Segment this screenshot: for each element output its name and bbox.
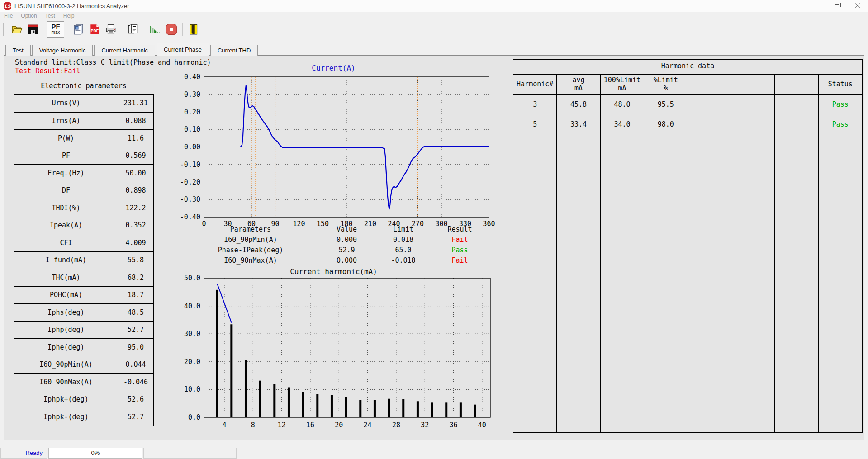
parameter-value: 52.6 <box>118 391 153 408</box>
harmonic-cell <box>731 95 775 114</box>
parameter-label: P(W) <box>14 130 118 147</box>
content-panel: Standard limit:Class C limit(Phase and h… <box>4 56 864 440</box>
stop-button[interactable] <box>163 21 180 38</box>
parameter-row: Iphpk-(deg)52.7 <box>14 408 153 426</box>
report-button[interactable] <box>70 21 86 38</box>
pdf-export-button[interactable]: PDF <box>86 21 103 38</box>
stop-icon <box>165 23 178 36</box>
menu-help[interactable]: Help <box>59 12 79 20</box>
parameter-row: Iphe(deg)95.0 <box>14 338 153 356</box>
harmonic-bar <box>331 395 333 417</box>
parameter-value: 0.898 <box>118 182 153 199</box>
harmonic-row: 533.434.098.0Pass <box>513 114 862 134</box>
phase-result: Pass <box>432 246 488 254</box>
harmonic-bar <box>460 402 462 417</box>
exit-button[interactable] <box>185 21 202 38</box>
pdf-export-icon: PDF <box>89 24 100 35</box>
svg-text:0.00: 0.00 <box>184 143 200 151</box>
harmonic-bar <box>474 405 476 417</box>
parameter-value: 95.0 <box>118 339 153 356</box>
toolbar-grip[interactable] <box>3 23 5 36</box>
harmonic-col-header: Harmonic# <box>513 75 557 94</box>
parameter-row: THDI(%)122.2 <box>14 199 153 217</box>
restore-button[interactable] <box>826 0 847 12</box>
harmonic-bar <box>259 381 261 417</box>
pf-max-label: PF <box>47 23 64 30</box>
minimize-button[interactable] <box>806 0 826 12</box>
svg-text:40: 40 <box>478 421 486 429</box>
parameter-value: 0.352 <box>118 217 153 234</box>
svg-text:30.0: 30.0 <box>184 330 200 338</box>
print-icon <box>105 24 117 35</box>
parameter-label: Iphe(deg) <box>14 339 118 356</box>
parameter-row: Freq.(Hz)50.00 <box>14 164 153 182</box>
parameter-value: 68.2 <box>118 269 153 286</box>
parameter-label: DF <box>14 182 118 199</box>
phase-row: Phase-IPeak(deg)52.965.0Pass <box>183 245 488 255</box>
pf-max-button[interactable]: PF max <box>47 21 64 38</box>
tab-current-phase[interactable]: Current Phase <box>157 43 209 56</box>
harmonic-col-header: %Limit % <box>644 75 688 94</box>
harmonic-bars-button[interactable] <box>147 21 163 38</box>
menu-option[interactable]: Option <box>17 12 41 20</box>
parameter-row: Ipeak(A)0.352 <box>14 217 153 234</box>
harmonic-cell: 98.0 <box>644 114 688 134</box>
parameter-label: I_fund(mA) <box>14 252 118 269</box>
harmonic-data-title: Harmonic data <box>513 60 862 70</box>
harmonic-bar <box>288 387 290 417</box>
harmonic-bar <box>316 394 318 417</box>
status-extra-cell <box>143 448 237 459</box>
status-bar: Ready 0% <box>0 447 868 459</box>
menu-test[interactable]: Test <box>41 12 59 20</box>
toolbar-separator <box>182 23 183 36</box>
open-file-button[interactable] <box>9 21 25 38</box>
harmonic-bar <box>359 400 361 417</box>
toolbar-separator <box>122 23 122 36</box>
phase-limit: 65.0 <box>375 246 432 254</box>
svg-text:12: 12 <box>278 421 286 429</box>
current-waveform-chart: 0.400.300.200.100.00-0.10-0.20-0.30-0.40… <box>170 66 497 231</box>
svg-text:50.0: 50.0 <box>184 274 200 282</box>
copy-report-button[interactable] <box>125 21 141 38</box>
tab-voltage-harmonic[interactable]: Voltage Harmonic <box>32 45 93 56</box>
minimize-icon <box>814 6 819 6</box>
exit-icon <box>188 24 199 35</box>
parameter-label: Iphpk+(deg) <box>14 391 118 408</box>
phase-result: Fail <box>432 236 488 244</box>
svg-text:0.30: 0.30 <box>184 90 200 99</box>
harmonic-cell <box>731 114 775 134</box>
tab-current-thd[interactable]: Current THD <box>210 45 258 56</box>
parameter-label: Iphpk-(deg) <box>14 408 118 426</box>
svg-text:8: 8 <box>251 421 255 429</box>
parameter-label: Irms(A) <box>14 113 118 130</box>
svg-text:-0.20: -0.20 <box>180 178 200 186</box>
parameter-row: P(W)11.6 <box>14 129 153 147</box>
harmonic-table-header: Harmonic#avg mA100%Limit mA%Limit %Statu… <box>513 75 862 95</box>
parameter-label: Freq.(Hz) <box>14 165 118 182</box>
parameter-row: CFI4.009 <box>14 234 153 251</box>
phase-row: I60_90nMax(A)0.000-0.018Fail <box>183 255 488 265</box>
harmonic-cell: 5 <box>513 114 557 134</box>
phase-limit: -0.018 <box>375 256 432 265</box>
harmonic-cell: 48.0 <box>601 95 644 114</box>
harmonic-bar <box>273 384 275 417</box>
parameter-value: 4.009 <box>118 234 153 251</box>
harmonic-bar <box>345 397 347 417</box>
parameter-row: PF0.569 <box>14 147 153 165</box>
phase-name: I60_90nMax(A) <box>183 256 318 265</box>
tab-current-harmonic[interactable]: Current Harmonic <box>94 45 155 56</box>
parameter-row: Urms(V)231.31 <box>14 95 153 112</box>
menu-file[interactable]: File <box>0 12 17 20</box>
harmonic-empty-cell <box>775 134 818 432</box>
tab-test[interactable]: Test <box>5 45 31 56</box>
print-button[interactable] <box>103 21 119 38</box>
menu-bar: FileOptionTestHelp <box>0 12 868 20</box>
close-button[interactable] <box>847 0 868 12</box>
parameter-value: 0.088 <box>118 113 153 130</box>
svg-text:10.0: 10.0 <box>184 385 200 393</box>
toolbar-separator <box>144 23 144 36</box>
parameter-value: 48.5 <box>118 304 153 321</box>
save-button[interactable] <box>25 21 41 38</box>
phase-value: 0.000 <box>318 256 375 265</box>
phase-value: 0.000 <box>318 236 375 244</box>
